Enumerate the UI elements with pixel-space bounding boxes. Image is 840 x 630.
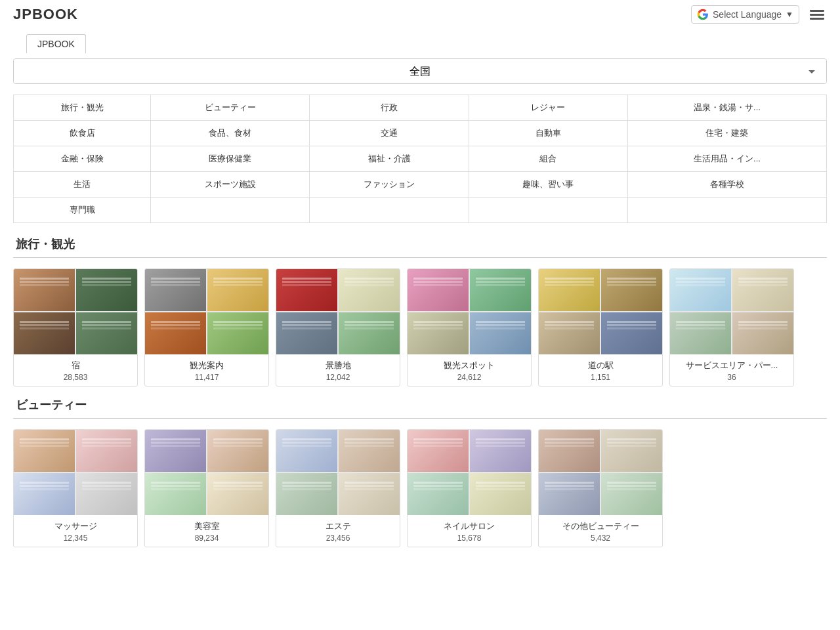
card-info: 宿28,583 [14, 354, 137, 386]
travel-section-title: 旅行・観光 [13, 236, 827, 252]
category-cell-3-1[interactable]: スポーツ施設 [151, 172, 310, 198]
category-cell-0-4[interactable]: 温泉・銭湯・サ... [627, 95, 826, 121]
menu-line-2 [810, 14, 824, 16]
card-tile-1 [470, 430, 531, 472]
category-cell-0-3[interactable]: レジャー [469, 95, 627, 121]
card-tile-0 [670, 269, 731, 311]
card-info: 道の駅1,151 [539, 354, 662, 386]
card-tile-1 [470, 269, 531, 311]
beauty-card-grid: マッサージ12,345美容室89,234エステ23,456ネイルサロン15,67… [13, 429, 827, 547]
card-count: 15,678 [413, 534, 526, 543]
card-count: 36 [675, 373, 788, 382]
site-logo[interactable]: JPBOOK [13, 6, 78, 23]
card-tile-1 [76, 269, 137, 311]
card-name: 宿 [19, 360, 132, 371]
card-tile-2 [539, 473, 600, 515]
category-grid: 旅行・観光ビューティー行政レジャー温泉・銭湯・サ...飲食店食品、食材交通自動車… [13, 94, 827, 223]
card-image [276, 269, 400, 354]
menu-icon[interactable] [807, 7, 827, 22]
card-tile-2 [539, 312, 600, 354]
card-tile-3 [601, 312, 662, 354]
card-tile-0 [539, 269, 600, 311]
category-cell-2-1[interactable]: 医療保健業 [151, 146, 310, 172]
category-cell-1-4[interactable]: 住宅・建築 [627, 121, 826, 146]
card-item[interactable]: 景勝地12,042 [276, 268, 400, 387]
card-item[interactable]: 美容室89,234 [144, 429, 269, 547]
card-tile-3 [339, 473, 400, 515]
card-item[interactable]: 観光案内11,417 [144, 268, 269, 387]
category-cell-1-0[interactable]: 飲食店 [14, 121, 151, 146]
card-tile-3 [76, 473, 137, 515]
card-item[interactable]: マッサージ12,345 [13, 429, 138, 547]
category-cell-0-1[interactable]: ビューティー [151, 95, 310, 121]
travel-section-divider [13, 257, 827, 258]
card-tile-1 [732, 269, 793, 311]
card-tile-3 [207, 312, 268, 354]
card-tile-0 [145, 430, 206, 472]
card-count: 23,456 [282, 534, 394, 543]
category-cell-1-3[interactable]: 自動車 [469, 121, 627, 146]
card-tile-3 [732, 312, 793, 354]
card-tile-1 [601, 430, 662, 472]
card-info: 美容室89,234 [145, 515, 268, 547]
header: JPBOOK Select Language ▼ [0, 0, 840, 29]
main-content: JPBOOK 全国 北海道 東北 関東 中部 近畿 中国 四国 九州・沖縄 旅行… [0, 29, 840, 571]
card-name: 観光スポット [413, 360, 526, 371]
category-cell-0-2[interactable]: 行政 [310, 95, 469, 121]
category-cell-2-0[interactable]: 金融・保険 [14, 146, 151, 172]
card-tile-0 [539, 430, 600, 472]
category-cell-0-0[interactable]: 旅行・観光 [14, 95, 151, 121]
category-cell-1-1[interactable]: 食品、食材 [151, 121, 310, 146]
google-icon [697, 9, 709, 20]
card-info: マッサージ12,345 [14, 515, 137, 547]
region-select[interactable]: 全国 北海道 東北 関東 中部 近畿 中国 四国 九州・沖縄 [14, 59, 826, 83]
card-image [670, 269, 793, 354]
card-tile-0 [145, 269, 206, 311]
card-tile-1 [339, 269, 400, 311]
card-tile-0 [276, 269, 337, 311]
card-tile-2 [408, 473, 469, 515]
category-cell-2-4[interactable]: 生活用品・イン... [627, 146, 826, 172]
category-cell-3-2[interactable]: ファッション [310, 172, 469, 198]
card-count: 12,042 [282, 373, 394, 382]
card-tile-3 [76, 312, 137, 354]
card-image [276, 430, 400, 515]
card-info: 観光案内11,417 [145, 354, 268, 386]
category-cell-1-2[interactable]: 交通 [310, 121, 469, 146]
category-cell-3-0[interactable]: 生活 [14, 172, 151, 198]
card-item[interactable]: 観光スポット24,612 [407, 268, 532, 387]
card-info: 観光スポット24,612 [408, 354, 531, 386]
card-tile-0 [408, 430, 469, 472]
card-image [145, 269, 268, 354]
card-item[interactable]: その他ビューティー5,432 [538, 429, 663, 547]
card-name: 観光案内 [150, 360, 263, 371]
card-image [408, 269, 531, 354]
category-cell-3-4[interactable]: 各種学校 [627, 172, 826, 198]
card-count: 5,432 [544, 534, 657, 543]
card-info: その他ビューティー5,432 [539, 515, 662, 547]
card-count: 11,417 [150, 373, 263, 382]
card-item[interactable]: ネイルサロン15,678 [407, 429, 532, 547]
card-item[interactable]: サービスエリア・パー...36 [669, 268, 794, 387]
card-item[interactable]: エステ23,456 [276, 429, 400, 547]
category-cell-4-0[interactable]: 専門職 [14, 198, 151, 223]
card-image [14, 269, 137, 354]
card-name: ネイルサロン [413, 520, 526, 532]
card-name: エステ [282, 520, 394, 532]
header-right: Select Language ▼ [691, 5, 827, 24]
language-arrow-icon: ▼ [786, 10, 793, 19]
card-count: 89,234 [150, 534, 263, 543]
nav-tab-jpbook[interactable]: JPBOOK [26, 34, 86, 53]
language-text: Select Language [713, 9, 782, 20]
card-tile-2 [276, 473, 337, 515]
card-tile-2 [145, 312, 206, 354]
card-item[interactable]: 道の駅1,151 [538, 268, 663, 387]
category-cell-2-2[interactable]: 福祉・介護 [310, 146, 469, 172]
card-item[interactable]: 宿28,583 [13, 268, 138, 387]
card-tile-1 [207, 269, 268, 311]
card-info: ネイルサロン15,678 [408, 515, 531, 547]
category-cell-2-3[interactable]: 組合 [469, 146, 627, 172]
language-selector[interactable]: Select Language ▼ [691, 5, 799, 24]
category-cell-3-3[interactable]: 趣味、習い事 [469, 172, 627, 198]
menu-line-3 [810, 18, 824, 20]
